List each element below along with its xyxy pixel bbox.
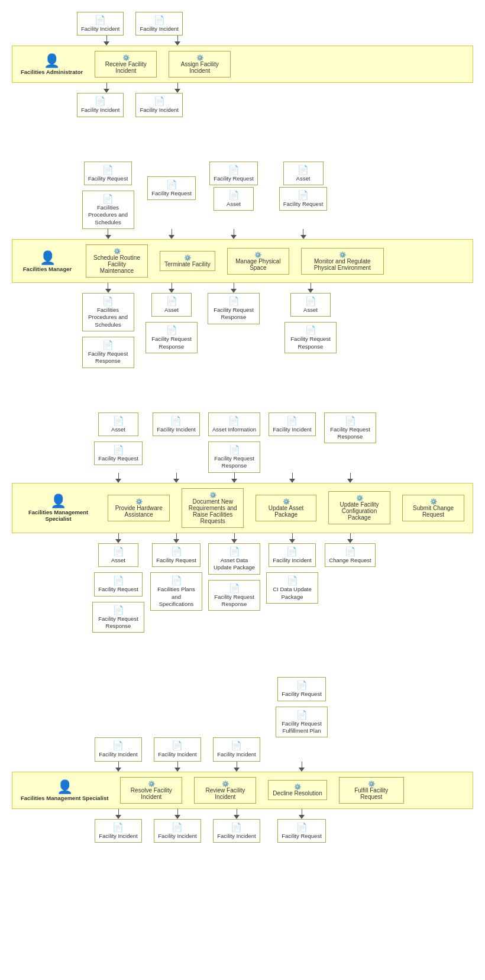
process-receive[interactable]: ⚙️ Receive Facility Incident bbox=[95, 51, 157, 78]
doc-icon: 📄 bbox=[298, 190, 309, 201]
doc-text: Facility Incident bbox=[140, 107, 178, 114]
proc-resolve[interactable]: ⚙️ Resolve Facility Incident bbox=[120, 777, 182, 804]
proc-icon: ⚙️ bbox=[254, 252, 261, 258]
person-icon: 👤 bbox=[57, 779, 73, 795]
doc-asset3-out: 📄 Asset bbox=[290, 293, 331, 317]
s3-col4-below: 📄 Facility Incident 📄 CI Data Update Pac… bbox=[266, 543, 319, 633]
proc-label: Review Facility Incident bbox=[199, 787, 251, 800]
doc-text: Facility Request Response bbox=[212, 594, 256, 608]
col4-below: 📄 Asset 📄 Facility Request Response bbox=[269, 293, 352, 368]
proc-label: Resolve Facility Incident bbox=[125, 787, 177, 800]
doc-card: 📄 Facility Incident bbox=[77, 12, 124, 36]
proc-monitor[interactable]: ⚙️ Monitor and Regulate Physical Environ… bbox=[301, 248, 384, 275]
doc-icon: 📄 bbox=[113, 575, 124, 586]
proc-label: Monitor and Regulate Physical Environmen… bbox=[306, 258, 379, 271]
doc-icon: 📄 bbox=[102, 194, 114, 204]
proc-decline[interactable]: ⚙️ Decline Resolution bbox=[268, 780, 326, 800]
doc-text: Facility Incident bbox=[273, 557, 311, 564]
doc-text: Facility Request Response bbox=[289, 336, 332, 350]
doc-text: Asset bbox=[164, 307, 179, 314]
doc-fr-out-s3: 📄 Facility Request bbox=[94, 572, 143, 596]
proc-update-config[interactable]: ⚙️ Update Facility Configuration Package bbox=[328, 491, 390, 524]
doc-text: Asset Information bbox=[212, 426, 256, 433]
doc-icon: 📄 bbox=[166, 325, 177, 336]
s3-col1-above: 📄 Asset 📄 Facility Request bbox=[92, 412, 145, 473]
doc-icon: 📄 bbox=[113, 605, 124, 615]
proc-review[interactable]: ⚙️ Review Facility Incident bbox=[194, 777, 256, 804]
proc-update-asset[interactable]: ⚙️ Update Asset Package bbox=[256, 495, 316, 521]
proc-label: Schedule Routine Facility Maintenance bbox=[90, 254, 143, 274]
doc-icon: 📄 bbox=[228, 190, 240, 201]
doc-text: Facility Incident bbox=[81, 107, 119, 114]
proc-submit[interactable]: ⚙️ Submit Change Request bbox=[402, 495, 464, 521]
doc-icon: 📄 bbox=[166, 179, 177, 190]
doc-asset-out-s3: 📄 Asset bbox=[98, 543, 138, 567]
doc-adup-out: 📄 Asset Data Update Package bbox=[208, 543, 260, 575]
process-assign[interactable]: ⚙️ Assign Facility Incident bbox=[169, 51, 231, 78]
doc-text: Facility Request Response bbox=[96, 615, 140, 630]
proc-schedule[interactable]: ⚙️ Schedule Routine Facility Maintenance bbox=[86, 244, 148, 278]
s3-col4-above: 📄 Facility Incident bbox=[266, 412, 319, 473]
arr-s4-t4 bbox=[299, 762, 305, 772]
doc-text: Facility Request bbox=[282, 833, 322, 840]
doc-text: Facility Incident bbox=[273, 426, 311, 433]
swimlane-1: 👤 Facilities Administrator ⚙️ Receive Fa… bbox=[12, 46, 473, 83]
doc-ai-s3: 📄 Asset Information bbox=[208, 412, 260, 436]
arr-s4-b3 bbox=[234, 809, 240, 819]
doc-icon: 📄 bbox=[231, 740, 242, 751]
proc-box[interactable]: ⚙️ Receive Facility Incident bbox=[95, 51, 157, 78]
doc-text: Asset bbox=[303, 307, 318, 314]
s4-col3-above: 📄 Facility Incident bbox=[210, 737, 263, 761]
doc-text: Facility Request bbox=[282, 691, 322, 698]
arrow-3 bbox=[104, 83, 109, 93]
doc-text: Facility Request bbox=[156, 557, 196, 564]
doc-icon: 📄 bbox=[229, 546, 240, 557]
doc-icon: 📄 bbox=[112, 740, 124, 751]
swimlane-2: 👤 Facilities Manager ⚙️ Schedule Routine… bbox=[12, 239, 473, 283]
doc-fi-s4-out3: 📄 Facility Incident bbox=[213, 819, 260, 843]
doc-fr-s3: 📄 Facility Request bbox=[94, 441, 143, 465]
doc-icon: 📄 bbox=[305, 325, 316, 336]
arr-s4-b2 bbox=[174, 809, 180, 819]
s3-col5-above: 📄 Facility Request Response bbox=[324, 412, 377, 473]
doc-icon: 📄 bbox=[113, 546, 124, 557]
proc-document[interactable]: ⚙️ Document New Requirements and Raise F… bbox=[182, 488, 244, 528]
proc-label: Document New Requirements and Raise Faci… bbox=[186, 498, 239, 524]
doc-text: Asset Data Update Package bbox=[212, 557, 256, 572]
proc-label: Provide Hardware Assistance bbox=[112, 505, 165, 518]
doc-icon: 📄 bbox=[95, 96, 106, 107]
col1-above: 📄 Facility Request 📄 Facilities Procedur… bbox=[77, 162, 139, 229]
section-4: 📄 Facility Request 📄 Facility Request Fu… bbox=[12, 677, 473, 843]
doc-fi-col4-out: 📄 Facility Incident bbox=[269, 543, 315, 567]
doc-text: Asset bbox=[111, 557, 125, 564]
proc-icon: ⚙️ bbox=[356, 495, 363, 501]
doc-icon: 📄 bbox=[296, 822, 308, 833]
proc-icon: ⚙️ bbox=[135, 498, 143, 505]
doc-text: Facility Incident bbox=[158, 833, 196, 840]
arrow-2 bbox=[174, 36, 180, 46]
proc-hardware[interactable]: ⚙️ Provide Hardware Assistance bbox=[108, 495, 170, 521]
arr-s2-b4 bbox=[308, 283, 313, 293]
doc-icon: 📄 bbox=[305, 296, 316, 307]
s3-col3-below: 📄 Asset Data Update Package 📄 Facility R… bbox=[208, 543, 261, 633]
doc-icon: 📄 bbox=[166, 296, 177, 307]
arr-s2-3 bbox=[231, 229, 237, 239]
doc-icon: 📄 bbox=[102, 165, 114, 175]
doc-fi-s4-1: 📄 Facility Incident bbox=[95, 737, 141, 761]
role-label: Facilities Manager bbox=[23, 266, 72, 272]
proc-box[interactable]: ⚙️ Assign Facility Incident bbox=[169, 51, 231, 78]
proc-icon: ⚙️ bbox=[222, 781, 229, 787]
doc-frq-out: 📄 Facility Request bbox=[152, 543, 201, 567]
proc-label: Terminate Facility bbox=[164, 261, 211, 267]
proc-fulfill[interactable]: ⚙️ Fulfill Facility Request bbox=[339, 777, 404, 804]
arrow-4 bbox=[174, 83, 180, 93]
doc-facility-incident-2: 📄 Facility Incident bbox=[135, 12, 182, 36]
proc-manage[interactable]: ⚙️ Manage Physical Space bbox=[227, 248, 289, 275]
doc-frr3-out: 📄 Facility Request Response bbox=[208, 293, 260, 324]
doc-icon: 📄 bbox=[228, 415, 240, 426]
role-label: Facilities Administrator bbox=[21, 69, 83, 75]
proc-terminate[interactable]: ⚙️ Terminate Facility bbox=[160, 251, 215, 271]
doc-icon: 📄 bbox=[102, 296, 114, 307]
doc-frq-s4-out: 📄 Facility Request bbox=[277, 819, 326, 843]
role-facilities-mgr: 👤 Facilities Manager bbox=[21, 250, 74, 272]
